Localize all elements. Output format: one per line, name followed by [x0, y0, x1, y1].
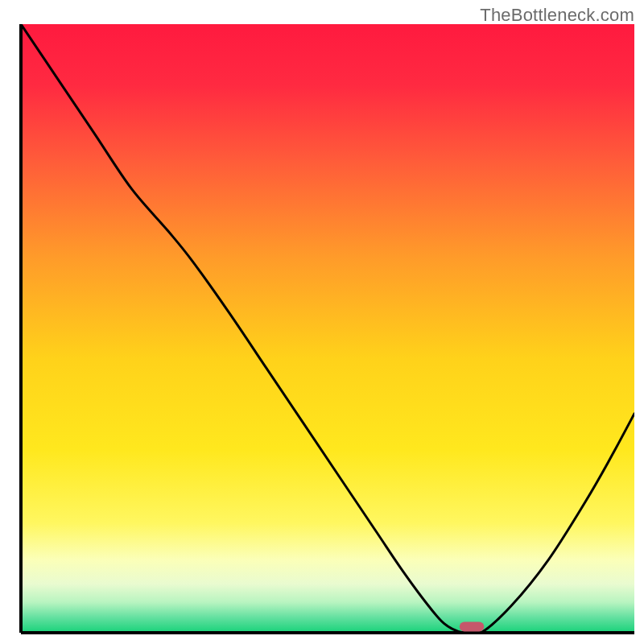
plot-background: [21, 24, 634, 633]
bottleneck-chart: [0, 0, 644, 644]
watermark-text: TheBottleneck.com: [480, 5, 634, 26]
chart-stage: TheBottleneck.com: [0, 0, 644, 644]
optimal-marker: [460, 621, 484, 631]
